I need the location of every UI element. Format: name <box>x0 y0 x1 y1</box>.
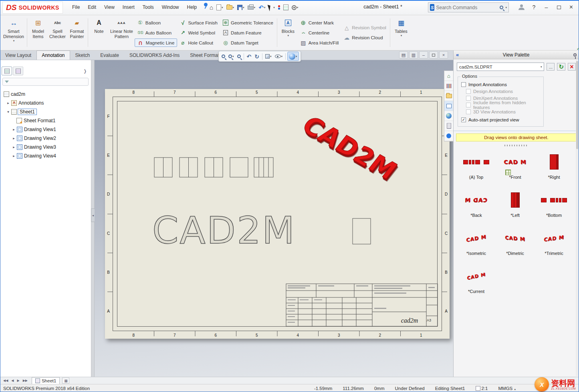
revision-cloud-button[interactable]: Revision Cloud <box>341 34 389 42</box>
add-sheet-button[interactable]: ▦ <box>62 378 69 384</box>
smart-dimension-button[interactable]: Smart Dimension ▾ <box>2 16 26 49</box>
new-document-button[interactable]: ▾ <box>215 2 224 12</box>
pin-menu-icon[interactable] <box>204 3 208 6</box>
hole-callout-button[interactable]: Hole Callout <box>177 38 220 47</box>
view-thumb-right[interactable]: *Right <box>535 151 573 180</box>
area-hatch-fill-button[interactable]: Area Hatch/Fill <box>298 38 341 47</box>
clear-button[interactable]: × <box>568 63 576 71</box>
refresh-button[interactable]: ↻ <box>557 63 565 71</box>
model-items-button[interactable]: Model Items <box>28 16 48 49</box>
sheet-scale[interactable]: 2:1 <box>476 386 488 391</box>
collapse-panel-icon[interactable]: « <box>456 52 459 58</box>
surface-finish-button[interactable]: Surface Finish <box>177 18 220 27</box>
linear-note-pattern-button[interactable]: Linear Note Pattern <box>109 16 135 49</box>
view-palette-tab[interactable] <box>444 101 453 111</box>
drawing-sheet[interactable]: 87654321 87654321 FEDCBA FEDCBA CAD2M CA… <box>105 89 450 339</box>
display-manager-tab[interactable] <box>13 67 23 75</box>
sheet1-tab[interactable]: Sheet1 <box>32 377 60 384</box>
menu-insert[interactable]: Insert <box>119 3 139 12</box>
front-view-thumbnail[interactable]: CAD M <box>504 151 527 173</box>
doc-restore-button[interactable] <box>429 51 438 59</box>
tree-item-drawing-view2[interactable]: ▸ Drawing View2 <box>0 134 91 143</box>
tab-annotation[interactable]: Annotation <box>36 51 70 60</box>
view-thumb-current[interactable]: CAD M *Current <box>457 265 496 294</box>
panel-expand-arrow-icon[interactable]: ❭ <box>81 69 89 74</box>
doc-close-button[interactable]: × <box>439 51 448 59</box>
select-button[interactable]: ▾ <box>267 2 276 12</box>
smart-dimension-dropdown-icon[interactable]: ▾ <box>13 39 15 42</box>
note-button[interactable]: Note <box>89 16 109 49</box>
tab-sketch[interactable]: Sketch <box>70 51 95 60</box>
first-sheet-button[interactable]: ◀◀ <box>2 379 10 382</box>
file-explorer-tab[interactable] <box>444 91 453 101</box>
tree-item-drawing-view4[interactable]: ▸ Drawing View4 <box>0 152 91 160</box>
solidworks-forum-tab[interactable] <box>444 131 453 141</box>
tree-item-drawing-view3[interactable]: ▸ Drawing View3 <box>0 143 91 152</box>
menu-help[interactable]: Help <box>183 3 201 12</box>
rebuild-button[interactable] <box>277 2 281 12</box>
current-view-thumbnail[interactable]: CAD M <box>467 265 486 287</box>
isometric-view-red-logo[interactable]: CAD2M <box>303 110 420 198</box>
expand-arrow-icon[interactable]: ▸ <box>11 127 16 131</box>
revision-symbol-button[interactable]: Revision Symbol <box>341 24 389 32</box>
expand-arrow-icon[interactable]: ▸ <box>11 136 16 140</box>
checkbox-box[interactable] <box>461 117 466 122</box>
menu-file[interactable]: File <box>68 3 84 12</box>
tree-item-annotations[interactable]: ▸ Annotations <box>0 99 91 107</box>
last-sheet-button[interactable]: ▶▶ <box>21 379 29 382</box>
spell-checker-button[interactable]: Spell Checker <box>48 16 67 49</box>
datum-feature-button[interactable]: Datum Feature <box>220 28 276 37</box>
menu-window[interactable]: Window <box>158 3 183 12</box>
centerline-button[interactable]: Centerline <box>298 28 341 37</box>
right-view-thumbnail[interactable] <box>550 151 559 173</box>
options-button[interactable]: ▾ <box>291 2 300 12</box>
search-input[interactable] <box>436 5 498 10</box>
tables-dropdown-icon[interactable]: ▾ <box>401 34 402 37</box>
blocks-button[interactable]: Blocks ▾ <box>278 16 298 49</box>
close-button[interactable]: × <box>566 2 577 12</box>
expand-arrow-icon[interactable]: ▸ <box>6 101 11 105</box>
login-button[interactable] <box>516 2 527 12</box>
pin-panel-icon[interactable] <box>573 53 577 57</box>
trimetric-view-thumbnail[interactable]: CAD M <box>544 227 564 249</box>
search-icon[interactable] <box>500 6 503 9</box>
undo-button[interactable]: ↶▾ <box>257 2 266 12</box>
collapse-arrow-icon[interactable]: ▾ <box>6 110 11 114</box>
tree-filter-box[interactable] <box>2 78 89 86</box>
expand-arrow-icon[interactable]: ▸ <box>11 154 16 158</box>
view-settings-button[interactable]: ▾ <box>287 52 299 61</box>
tree-item-drawing-view1[interactable]: ▸ Drawing View1 <box>0 125 91 134</box>
auto-balloon-button[interactable]: Auto Balloon <box>135 28 178 37</box>
expand-arrow-icon[interactable]: ▸ <box>11 145 16 149</box>
view-thumb-left[interactable]: *Left <box>496 189 535 218</box>
tab-solidworks-add-ins[interactable]: SOLIDWORKS Add-Ins <box>124 51 185 60</box>
view-thumb-trimetric[interactable]: CAD M *Trimetric <box>535 227 573 256</box>
custom-properties-tab[interactable] <box>444 121 453 131</box>
display-style-button[interactable]: ▾ <box>264 52 273 61</box>
hide-show-items-button[interactable]: ▾ <box>274 52 284 61</box>
view-thumb-dimetric[interactable]: CAD M *Dimetric <box>496 227 535 256</box>
top-view-thumbnail[interactable] <box>463 151 489 173</box>
help-button[interactable]: ? <box>529 2 539 12</box>
solidworks-resources-tab[interactable]: ⌂ <box>444 71 453 81</box>
isometric-view-thumbnail[interactable]: CAD M <box>466 227 486 249</box>
save-button[interactable]: ▾ <box>236 2 246 12</box>
magnetic-line-button[interactable]: Magnetic Line <box>135 38 178 47</box>
graphics-area[interactable]: 87654321 87654321 FEDCBA FEDCBA CAD2M CA… <box>95 60 453 377</box>
view-thumb-bottom[interactable]: *Bottom <box>535 189 573 218</box>
document-select-dropdown[interactable]: cad2m.SLDPRT ▾ <box>457 63 544 71</box>
balloon-button[interactable]: Balloon <box>135 18 178 27</box>
view-thumb-isometric[interactable]: CAD M *Isometric <box>457 227 496 256</box>
left-view-thumbnail[interactable] <box>511 189 520 211</box>
browse-button[interactable]: ... <box>547 63 555 71</box>
zoom-to-fit-button[interactable] <box>220 52 226 61</box>
open-button[interactable]: ▾ <box>225 2 236 12</box>
rotate-view-button[interactable]: ↻ <box>253 52 260 61</box>
format-painter-button[interactable]: Format Painter <box>67 16 87 49</box>
drawing-view-outline-text[interactable]: CAD2M <box>152 209 296 252</box>
bottom-view-thumbnail[interactable] <box>541 189 567 211</box>
menu-view[interactable]: View <box>100 3 119 12</box>
checkbox-box[interactable] <box>461 82 466 87</box>
view-thumb-top[interactable]: (A) Top <box>457 151 496 180</box>
minimize-button[interactable]: – <box>541 2 552 12</box>
